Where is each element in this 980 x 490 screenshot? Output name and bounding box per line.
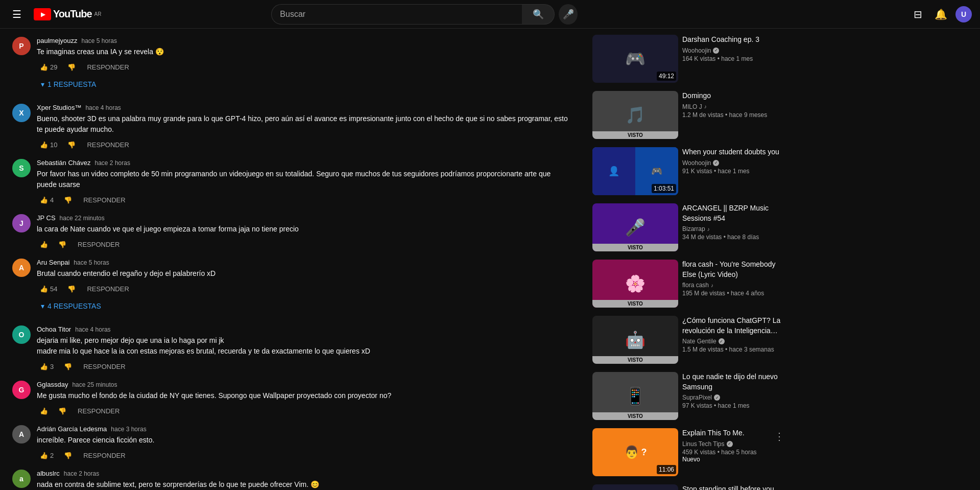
video-info: Explain This To Me. Linus Tech Tips ✓ 45… bbox=[682, 428, 768, 476]
video-channel: Nate Gentile ✓ bbox=[682, 338, 786, 345]
dislike-button[interactable]: 👎 bbox=[61, 361, 75, 372]
reply-button[interactable]: RESPONDER bbox=[83, 139, 133, 151]
more-options-button[interactable]: ⋮ bbox=[772, 428, 786, 445]
sidebar-video-item[interactable]: 📱 VISTO Lo que nadie te dijo del nuevo S… bbox=[590, 370, 788, 422]
comment-item: X Xper Studios™ hace 4 horas Bueno, shoo… bbox=[12, 104, 570, 151]
comment-body: JP CS hace 22 minutos la cara de Nate cu… bbox=[37, 214, 570, 250]
thumbs-up-icon: 👍 bbox=[40, 285, 48, 293]
comment-thread: P paulmejyouzz hace 5 horas Te imaginas … bbox=[12, 37, 570, 96]
replies-toggle[interactable]: ▾ 4 RESPUESTAS bbox=[37, 299, 105, 313]
header-right: ⊟ 🔔 U bbox=[910, 4, 972, 25]
like-button[interactable]: 👍 29 bbox=[37, 61, 60, 73]
comment-item: S Sebastián Chávez hace 2 horas Por favo… bbox=[12, 159, 570, 206]
like-button[interactable]: 👍 10 bbox=[37, 139, 60, 151]
comment-thread: J JP CS hace 22 minutos la cara de Nate … bbox=[12, 214, 570, 250]
like-button[interactable]: 👍 bbox=[37, 239, 51, 250]
reply-button[interactable]: RESPONDER bbox=[79, 194, 129, 206]
dislike-button[interactable]: 👎 bbox=[64, 283, 79, 295]
avatar: O bbox=[12, 325, 31, 344]
notifications-button[interactable]: 🔔 bbox=[930, 4, 951, 25]
dislike-button[interactable]: 👎 bbox=[61, 194, 75, 206]
search-input[interactable] bbox=[271, 4, 522, 25]
user-avatar-button[interactable]: U bbox=[955, 6, 972, 22]
reply-button[interactable]: RESPONDER bbox=[83, 61, 133, 73]
comment-text: Bueno, shooter 3D es una palabra muy gra… bbox=[37, 113, 570, 135]
video-channel: MILO J ♪ bbox=[682, 103, 786, 110]
mic-icon: 🎤 bbox=[563, 9, 574, 20]
comment-actions: 👍 2 👎 RESPONDER bbox=[37, 450, 570, 461]
video-meta: 195 M de vistas • hace 4 años bbox=[682, 290, 786, 297]
sidebar-video-item[interactable]: 🎯 VISTO Stop standing still before you s… bbox=[590, 482, 788, 490]
comment-time: hace 2 horas bbox=[64, 470, 99, 477]
comment-time: hace 4 horas bbox=[75, 326, 110, 333]
sidebar-video-item[interactable]: 👤 🎮 1:03:51 When your student doubts you… bbox=[590, 145, 788, 197]
reply-button[interactable]: RESPONDER bbox=[83, 283, 133, 295]
sidebar-video-item[interactable]: 🌸 VISTO flora cash - You're Somebody Els… bbox=[590, 258, 788, 310]
like-button[interactable]: 👍 2 bbox=[37, 450, 57, 461]
video-info: ARCANGEL || BZRP Music Sessions #54 Biza… bbox=[682, 203, 786, 251]
video-title: flora cash - You're Somebody Else (Lyric… bbox=[682, 260, 786, 279]
sidebar-video-item[interactable]: 🎵 VISTO Domingo MILO J ♪ 1.2 M de vistas… bbox=[590, 89, 788, 141]
like-button[interactable]: 👍 3 bbox=[37, 361, 57, 372]
comment-time: hace 3 horas bbox=[111, 426, 146, 433]
comment-time: hace 4 horas bbox=[85, 104, 121, 111]
comment-thread: O Ochoa Titor hace 4 horas dejaria mi li… bbox=[12, 325, 570, 372]
avatar: S bbox=[12, 159, 31, 177]
thumbs-down-icon: 👎 bbox=[67, 141, 76, 149]
sidebar-video-item[interactable]: 🎤 VISTO ARCANGEL || BZRP Music Sessions … bbox=[590, 201, 788, 253]
avatar: A bbox=[12, 259, 31, 277]
thumbs-down-icon: 👎 bbox=[64, 363, 72, 370]
chevron-down-icon: ▾ bbox=[41, 80, 44, 88]
sidebar-video-item[interactable]: 👨 ? 11:06 Explain This To Me. Linus Tech… bbox=[590, 426, 788, 478]
cast-button[interactable]: ⊟ bbox=[910, 4, 926, 25]
comment-text: increíble. Parece ciencia ficción esto. bbox=[37, 435, 570, 446]
video-duration: 11:06 bbox=[657, 465, 676, 474]
like-count: 3 bbox=[50, 363, 54, 370]
video-info: Lo que nadie te dijo del nuevo Samsung S… bbox=[682, 372, 786, 420]
search-button[interactable]: 🔍 bbox=[522, 4, 555, 25]
comment-body: Sebastián Chávez hace 2 horas Por favor … bbox=[37, 159, 570, 206]
like-button[interactable]: 👍 54 bbox=[37, 283, 60, 295]
dislike-button[interactable]: 👎 bbox=[61, 450, 75, 461]
comment-time: hace 25 minutos bbox=[72, 381, 117, 388]
comment-header: paulmejyouzz hace 5 horas bbox=[37, 37, 570, 44]
dislike-button[interactable]: 👎 bbox=[55, 239, 69, 250]
video-meta: 459 K vistas • hace 5 horas Nuevo bbox=[682, 449, 768, 463]
comment-text: Me gusta mucho el fondo de la ciudad de … bbox=[37, 390, 570, 401]
dislike-button[interactable]: 👎 bbox=[64, 61, 79, 73]
comment-item: P paulmejyouzz hace 5 horas Te imaginas … bbox=[12, 37, 570, 96]
dislike-button[interactable]: 👎 bbox=[64, 139, 79, 151]
sidebar-video-item[interactable]: 🎮 49:12 Darshan Coaching ep. 3 Woohoojin… bbox=[590, 33, 788, 85]
comment-body: Ochoa Titor hace 4 horas dejaria mi like… bbox=[37, 325, 570, 372]
mic-button[interactable]: 🎤 bbox=[559, 4, 578, 25]
comment-body: Adrián García Ledesma hace 3 horas incre… bbox=[37, 425, 570, 461]
comment-header: Sebastián Chávez hace 2 horas bbox=[37, 159, 570, 167]
reply-button[interactable]: RESPONDER bbox=[79, 450, 129, 461]
comment-item: A Adrián García Ledesma hace 3 horas inc… bbox=[12, 425, 570, 461]
comment-header: Adrián García Ledesma hace 3 horas bbox=[37, 425, 570, 433]
chevron-down-icon: ▾ bbox=[41, 302, 44, 310]
video-thumbnail: 👤 🎮 1:03:51 bbox=[592, 147, 678, 195]
logo-country: AR bbox=[94, 11, 102, 17]
reply-button[interactable]: RESPONDER bbox=[74, 405, 124, 417]
search-form: 🔍 bbox=[271, 4, 555, 25]
music-note-icon: ♪ bbox=[704, 104, 707, 109]
thumbs-up-icon: 👍 bbox=[40, 241, 48, 248]
logo[interactable]: YouTubeAR bbox=[34, 8, 101, 20]
like-button[interactable]: 👍 4 bbox=[37, 194, 57, 206]
dislike-button[interactable]: 👎 bbox=[55, 405, 69, 417]
like-button[interactable]: 👍 bbox=[37, 405, 51, 417]
reply-button[interactable]: RESPONDER bbox=[79, 361, 129, 372]
thumbnail-bg: 🎯 bbox=[592, 484, 678, 490]
reply-button[interactable]: RESPONDER bbox=[74, 239, 124, 250]
video-thumbnail: 🎤 VISTO bbox=[592, 203, 678, 251]
comment-text: Te imaginas creas una IA y se revela 😯 bbox=[37, 46, 570, 57]
comment-author: Xper Studios™ bbox=[37, 104, 81, 111]
comment-item: a albuslrc hace 2 horas nada en contra d… bbox=[12, 470, 570, 490]
menu-button[interactable]: ☰ bbox=[8, 4, 26, 25]
thumbs-down-icon: 👎 bbox=[58, 241, 66, 248]
replies-toggle[interactable]: ▾ 1 RESPUESTA bbox=[37, 77, 100, 91]
video-title: ARCANGEL || BZRP Music Sessions #54 bbox=[682, 203, 786, 223]
sidebar-video-item[interactable]: 🤖 VISTO ¿Cómo funciona ChatGPT? La revol… bbox=[590, 314, 788, 366]
comment-author: JP CS bbox=[37, 214, 56, 222]
